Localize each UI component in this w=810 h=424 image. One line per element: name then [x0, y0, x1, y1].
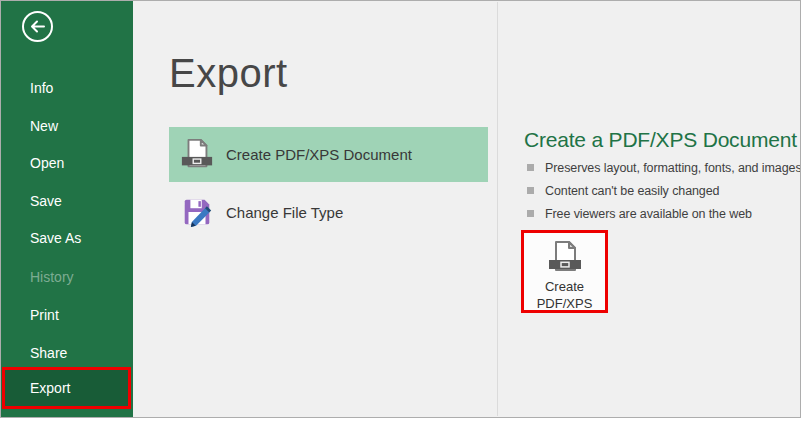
bullet-text: Content can't be easily changed — [545, 183, 719, 199]
option-create-pdf-xps-document[interactable]: Create PDF/XPS Document — [169, 127, 488, 182]
sidebar-item-new[interactable]: New — [1, 107, 133, 145]
pdf-xps-doc-icon — [180, 138, 214, 172]
option-label: Change File Type — [226, 204, 343, 221]
create-pdf-xps-button[interactable]: Create PDF/XPS — [524, 233, 605, 310]
annotation-highlight-create-button: Create PDF/XPS — [521, 230, 608, 313]
square-bullet-icon — [527, 187, 534, 194]
bullet-text: Free viewers are available on the web — [545, 206, 752, 222]
back-button[interactable] — [21, 10, 54, 43]
button-label-line2: PDF/XPS — [537, 295, 593, 312]
annotation-highlight-export: Export — [2, 367, 131, 409]
sidebar-item-save-as[interactable]: Save As — [1, 219, 133, 257]
sidebar: Info New Open Save Save As History Print… — [1, 1, 133, 417]
option-label: Create PDF/XPS Document — [226, 146, 412, 163]
backstage-window: Info New Open Save Save As History Print… — [0, 0, 801, 418]
panel-divider — [497, 2, 498, 416]
detail-heading: Create a PDF/XPS Document — [524, 128, 797, 152]
sidebar-item-print[interactable]: Print — [1, 296, 133, 334]
sidebar-item-export[interactable]: Export — [5, 370, 128, 406]
button-label-line1: Create — [545, 278, 584, 295]
sidebar-item-info[interactable]: Info — [1, 69, 133, 107]
page-title: Export — [169, 51, 288, 96]
square-bullet-icon — [527, 210, 534, 217]
change-file-type-icon — [180, 195, 214, 229]
sidebar-item-save[interactable]: Save — [1, 182, 133, 220]
sidebar-item-history: History — [1, 258, 133, 296]
bullet-item: Content can't be easily changed — [527, 183, 801, 199]
sidebar-item-open[interactable]: Open — [1, 144, 133, 182]
create-pdf-xps-icon — [547, 240, 583, 276]
option-change-file-type[interactable]: Change File Type — [169, 187, 488, 237]
back-arrow-icon — [21, 31, 54, 46]
bullet-item: Preserves layout, formatting, fonts, and… — [527, 160, 801, 176]
square-bullet-icon — [527, 164, 534, 171]
bullet-item: Free viewers are available on the web — [527, 206, 801, 222]
bullet-list: Preserves layout, formatting, fonts, and… — [527, 160, 801, 222]
bullet-text: Preserves layout, formatting, fonts, and… — [545, 160, 801, 176]
